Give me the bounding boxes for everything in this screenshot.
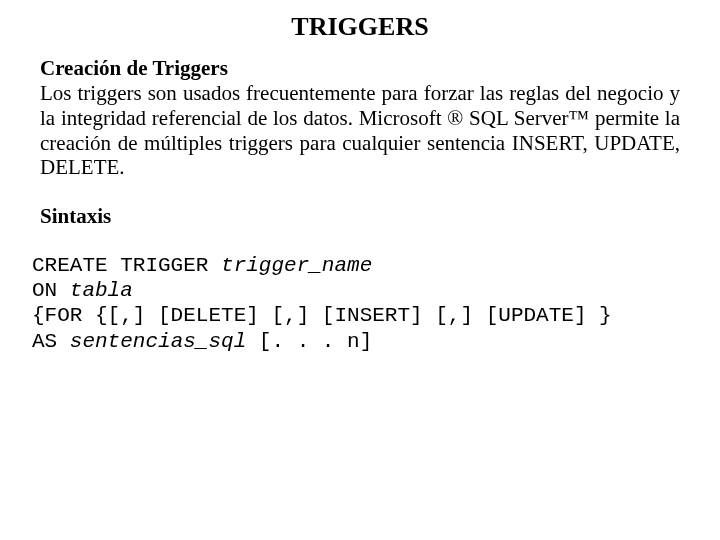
page-title: TRIGGERS — [40, 12, 680, 42]
section-heading-creation: Creación de Triggers — [40, 56, 680, 81]
code-keyword: CREATE TRIGGER — [32, 254, 221, 277]
code-ident-trigger-name: trigger_name — [221, 254, 372, 277]
section-body-creation: Los triggers son usados frecuentemente p… — [40, 81, 680, 180]
code-keyword: ON — [32, 279, 70, 302]
code-line: {FOR {[,] [DELETE] [,] [INSERT] [,] [UPD… — [32, 304, 612, 327]
code-ident-table: tabla — [70, 279, 133, 302]
document-page: TRIGGERS Creación de Triggers Los trigge… — [0, 0, 720, 354]
code-block: CREATE TRIGGER trigger_name ON tabla {FO… — [32, 253, 680, 354]
section-heading-syntax: Sintaxis — [40, 204, 680, 229]
code-tail: [. . . n] — [246, 330, 372, 353]
code-keyword: AS — [32, 330, 70, 353]
code-ident-sql: sentencias_sql — [70, 330, 246, 353]
